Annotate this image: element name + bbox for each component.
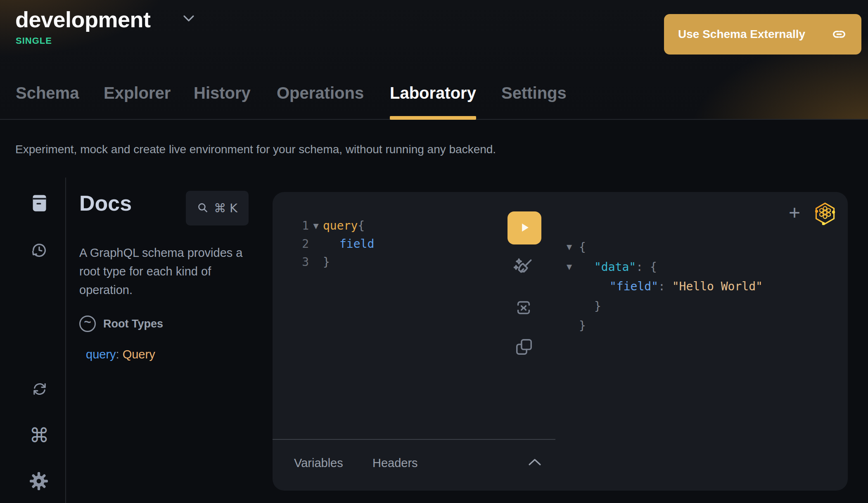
settings-button[interactable]	[27, 470, 50, 493]
gear-icon	[29, 472, 48, 492]
tab-headers[interactable]: Headers	[372, 456, 418, 470]
code-token-brace: }	[323, 253, 330, 271]
environment-badge: SINGLE	[16, 36, 52, 46]
root-query-field[interactable]: query: Query	[86, 348, 155, 361]
tab-operations[interactable]: Operations	[277, 81, 364, 120]
tab-schema[interactable]: Schema	[16, 81, 79, 120]
field-type-link[interactable]: Query	[123, 348, 155, 361]
tab-variables[interactable]: Variables	[294, 456, 343, 470]
book-icon	[31, 194, 48, 214]
response-line: ▼ "data": {	[567, 257, 763, 277]
query-editor[interactable]: 1 ▼ query{ 2 field 3 }	[294, 217, 374, 271]
merge-icon	[514, 298, 533, 318]
use-schema-button-label: Use Schema Externally	[678, 28, 805, 41]
refresh-icon	[31, 381, 48, 399]
history-icon	[31, 242, 48, 260]
sidebar-divider	[65, 178, 66, 503]
use-schema-externally-button[interactable]: Use Schema Externally	[664, 14, 861, 55]
prettify-query-button[interactable]	[512, 256, 534, 279]
json-brace: {	[579, 237, 586, 257]
code-line: 2 field	[294, 235, 374, 253]
search-shortcut-label: ⌘ K	[214, 201, 237, 215]
json-value-hello-world: "Hello World"	[672, 277, 763, 297]
fold-arrow-icon[interactable]: ▼	[309, 217, 323, 235]
docs-heading: Docs	[79, 191, 132, 216]
json-colon: :	[636, 257, 650, 277]
page-title: development	[15, 7, 151, 32]
reload-schema-button[interactable]	[29, 379, 50, 400]
laboratory-page: development SINGLE Use Schema Externally…	[0, 0, 868, 503]
code-token-brace: {	[358, 217, 365, 235]
shortcuts-button[interactable]: ⌘	[27, 424, 51, 447]
json-brace: {	[650, 257, 657, 277]
tab-explorer[interactable]: Explorer	[104, 81, 171, 120]
line-number: 1	[294, 217, 309, 235]
fold-arrow-icon[interactable]: ▼	[567, 257, 579, 277]
tab-history[interactable]: History	[194, 81, 251, 120]
root-types-icon: ~	[79, 316, 96, 332]
response-line: "field": "Hello World"	[567, 277, 763, 297]
hive-logo-icon	[814, 202, 836, 225]
page-description: Experiment, mock and create live environ…	[15, 143, 496, 156]
chevron-up-icon	[528, 458, 542, 467]
docs-panel-button[interactable]	[29, 193, 50, 214]
field-separator: :	[116, 348, 123, 361]
code-line: 1 ▼ query{	[294, 217, 374, 235]
response-viewer: ▼ { ▼ "data": { "field": "Hello World" }…	[567, 237, 763, 336]
copy-query-button[interactable]	[515, 337, 534, 358]
editor-footer-divider	[273, 439, 555, 440]
json-key-field: "field"	[579, 277, 658, 297]
history-panel-button[interactable]	[29, 240, 50, 261]
response-line: ▼ {	[567, 237, 763, 257]
merge-fragments-button[interactable]	[514, 298, 533, 318]
field-name[interactable]: query	[86, 348, 116, 361]
play-icon	[517, 221, 531, 236]
link-icon	[831, 27, 847, 41]
prettify-broom-icon	[512, 256, 534, 279]
root-types-label: Root Types	[103, 318, 163, 330]
response-line: }	[567, 316, 763, 336]
code-line: 3 }	[294, 253, 374, 271]
json-colon: :	[658, 277, 672, 297]
code-token-keyword: query	[323, 217, 358, 235]
json-brace: }	[579, 297, 601, 316]
target-selector-chevron-down-icon[interactable]	[183, 15, 194, 24]
command-icon: ⌘	[29, 425, 49, 445]
execute-query-button[interactable]	[508, 211, 541, 244]
fold-arrow-icon[interactable]: ▼	[567, 237, 579, 257]
graphiql-panel: 1 ▼ query{ 2 field 3 }	[273, 192, 848, 491]
search-icon	[197, 202, 209, 215]
page-header: development SINGLE Use Schema Externally…	[0, 0, 868, 120]
collapse-editor-tools-button[interactable]	[528, 458, 542, 467]
json-key-data: "data"	[579, 257, 636, 277]
tab-settings[interactable]: Settings	[501, 81, 567, 120]
copy-icon	[515, 337, 534, 358]
line-number: 2	[294, 235, 309, 253]
docs-description: A GraphQL schema provides a root type fo…	[79, 244, 260, 299]
code-token-field: field	[323, 235, 374, 253]
json-brace: }	[579, 316, 586, 336]
response-line: }	[567, 297, 763, 316]
search-button[interactable]: ⌘ K	[186, 191, 249, 225]
root-types-section: ~ Root Types	[79, 316, 163, 332]
tab-laboratory[interactable]: Laboratory	[390, 81, 476, 120]
line-number: 3	[294, 253, 309, 271]
add-tab-button[interactable]: +	[782, 200, 807, 225]
